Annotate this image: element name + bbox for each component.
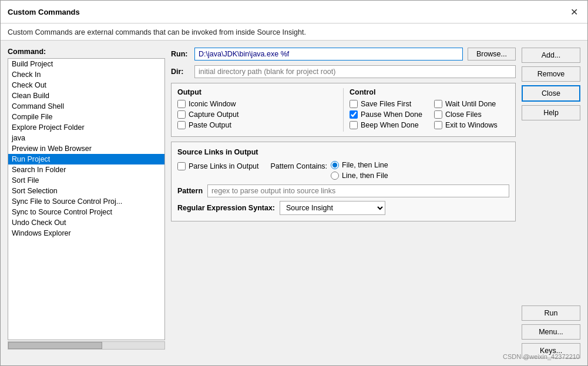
pause-when-done-row[interactable]: Pause When Done (350, 110, 422, 119)
pattern-input[interactable] (207, 184, 509, 197)
close-files-row[interactable]: Close Files (434, 110, 498, 119)
list-item[interactable]: Check Out (8, 80, 164, 90)
command-panel: Command: Build ProjectCheck InCheck OutC… (8, 48, 165, 358)
parse-links-row[interactable]: Parse Links in Output (177, 162, 259, 170)
iconic-window-label: Iconic Window (189, 100, 236, 108)
save-files-first-row[interactable]: Save Files First (350, 100, 422, 108)
menu-button[interactable]: Menu... (522, 324, 580, 340)
exit-to-windows-label: Exit to Windows (445, 121, 498, 129)
scrollbar-track[interactable] (8, 341, 165, 350)
run-input[interactable] (194, 48, 463, 61)
list-item[interactable]: Search In Folder (8, 164, 164, 175)
center-panel: Run: Browse... Dir: Output (171, 48, 516, 358)
save-files-first-checkbox[interactable] (350, 100, 358, 108)
capture-output-label: Capture Output (189, 110, 238, 119)
output-section: Output Iconic Window Capture Output Past… (177, 88, 337, 132)
pause-when-done-checkbox[interactable] (350, 110, 358, 119)
line-then-file-row[interactable]: Line, then File (331, 172, 388, 180)
help-button[interactable]: Help (522, 105, 580, 120)
list-item[interactable]: Explore Project Folder (8, 122, 164, 133)
run-row: Run: Browse... (171, 48, 516, 61)
command-label: Command: (8, 48, 165, 56)
scrollbar-thumb[interactable] (8, 342, 102, 349)
paste-output-label: Paste Output (189, 121, 231, 129)
run-button[interactable]: Run (522, 305, 580, 321)
pattern-contains-label: Pattern Contains: (271, 162, 328, 170)
browse-button[interactable]: Browse... (468, 48, 516, 61)
exit-to-windows-row[interactable]: Exit to Windows (434, 121, 498, 129)
close-button[interactable]: Close (522, 85, 580, 102)
list-item[interactable]: Undo Check Out (8, 217, 164, 228)
capture-output-row[interactable]: Capture Output (177, 110, 337, 119)
capture-output-checkbox[interactable] (177, 110, 186, 119)
parse-links-checkbox[interactable] (177, 162, 186, 170)
list-item[interactable]: Compile File (8, 112, 164, 122)
right-panel: Add... Remove Close Help Run Menu... Key… (522, 48, 580, 358)
description-text: Custom Commands are external commands th… (1, 23, 587, 41)
dialog-title: Custom Commands (8, 8, 80, 16)
pause-when-done-label: Pause When Done (361, 110, 422, 119)
paste-output-row[interactable]: Paste Output (177, 121, 337, 129)
save-files-first-label: Save Files First (361, 100, 411, 108)
close-files-checkbox[interactable] (434, 110, 442, 119)
list-item[interactable]: Check In (8, 69, 164, 80)
source-links-row: Parse Links in Output Pattern Contains: … (177, 161, 509, 180)
add-button[interactable]: Add... (522, 48, 580, 63)
regex-syntax-row: Regular Expression Syntax: Source Insigh… (177, 201, 509, 215)
pattern-label: Pattern (177, 187, 203, 195)
iconic-window-checkbox[interactable] (177, 100, 186, 108)
paste-output-checkbox[interactable] (177, 121, 186, 129)
iconic-window-row[interactable]: Iconic Window (177, 100, 337, 108)
beep-when-done-label: Beep When Done (361, 121, 419, 129)
list-item[interactable]: Command Shell (8, 101, 164, 112)
dir-input[interactable] (194, 65, 516, 78)
section-divider (343, 88, 344, 132)
run-label: Run: (171, 50, 190, 58)
line-then-file-radio[interactable] (331, 172, 339, 180)
file-then-line-radio[interactable] (331, 161, 339, 169)
wait-until-done-row[interactable]: Wait Until Done (434, 100, 498, 108)
wait-until-done-checkbox[interactable] (434, 100, 442, 108)
list-item[interactable]: Windows Explorer (8, 228, 164, 239)
list-item[interactable]: Sort Selection (8, 186, 164, 196)
parse-links-label: Parse Links in Output (189, 162, 259, 170)
list-item[interactable]: Sync to Source Control Project (8, 207, 164, 217)
pattern-contains-group: File, then Line Line, then File (331, 161, 388, 180)
beep-when-done-checkbox[interactable] (350, 121, 358, 129)
close-files-label: Close Files (445, 110, 482, 119)
remove-button[interactable]: Remove (522, 66, 580, 82)
watermark: CSDN @weixin_42372210 (503, 353, 580, 360)
exit-to-windows-checkbox[interactable] (434, 121, 442, 129)
list-item[interactable]: java (8, 133, 164, 143)
command-list[interactable]: Build ProjectCheck InCheck OutClean Buil… (8, 58, 165, 340)
list-item[interactable]: Build Project (8, 59, 164, 69)
file-then-line-row[interactable]: File, then Line (331, 161, 388, 169)
list-item[interactable]: Sort File (8, 175, 164, 186)
pattern-row: Pattern (177, 184, 509, 197)
control-title: Control (350, 88, 509, 96)
regex-syntax-label: Regular Expression Syntax: (177, 204, 275, 212)
dir-row: Dir: (171, 65, 516, 78)
beep-when-done-row[interactable]: Beep When Done (350, 121, 422, 129)
source-links-title: Source Links in Output (177, 148, 509, 156)
list-item[interactable]: Sync File to Source Control Proj... (8, 196, 164, 207)
line-then-file-label: Line, then File (342, 172, 388, 180)
close-icon[interactable]: ✕ (567, 5, 580, 18)
list-item[interactable]: Run Project (8, 154, 164, 164)
output-title: Output (177, 88, 337, 96)
dir-label: Dir: (171, 68, 190, 76)
source-links-section: Source Links in Output Parse Links in Ou… (171, 142, 516, 221)
file-then-line-label: File, then Line (342, 161, 388, 169)
list-item[interactable]: Preview in Web Browser (8, 143, 164, 154)
control-section: Control Save Files First Pause When Done (350, 88, 509, 132)
titlebar: Custom Commands ✕ (1, 1, 587, 23)
output-control-row: Output Iconic Window Capture Output Past… (171, 83, 516, 137)
wait-until-done-label: Wait Until Done (445, 100, 496, 108)
list-item[interactable]: Clean Build (8, 90, 164, 101)
regex-syntax-select[interactable]: Source InsightPOSIXPerl (280, 201, 385, 215)
